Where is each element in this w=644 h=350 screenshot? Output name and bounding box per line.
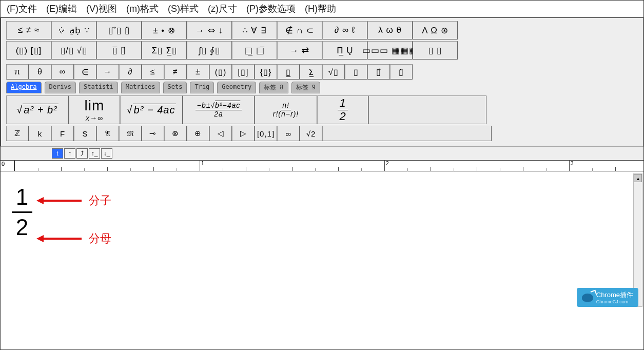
pal-r1-4[interactable]: → ⇔ ↓ [187, 21, 232, 40]
tab-matrices[interactable]: Matrices [121, 82, 160, 93]
pal-r2-8[interactable]: ▭▭▭ ▦▦▦ [367, 41, 413, 60]
pal-r3-1[interactable]: θ [29, 64, 51, 80]
pal-r3-8[interactable]: ± [187, 64, 209, 80]
menu-size[interactable]: (z)尺寸 [208, 3, 237, 15]
menu-view[interactable]: (V)视图 [86, 3, 117, 15]
nav-icon-bar: t ↑ ⤴ ↑_ ↓_ [1, 146, 643, 160]
arrow-left-icon [36, 235, 82, 242]
pal-r3-0[interactable]: π [6, 64, 29, 80]
nav-up2-button[interactable]: ↑_ [89, 148, 100, 159]
equation-canvas[interactable]: 1 2 分子 分母 ▴ Chrome插件 ChromeCJ.com [1, 171, 643, 310]
fraction-denominator[interactable]: 2 [12, 216, 32, 239]
pal-r3-17[interactable]: ▯̈ [390, 64, 413, 80]
pal-r5-10[interactable]: ▷ [232, 126, 255, 141]
pal-r2-4[interactable]: ∫▯ ∮▯ [187, 41, 232, 60]
tmpl-one-half[interactable]: 12 [317, 95, 368, 124]
pal-r5-13[interactable]: √2 [300, 126, 322, 141]
pal-r5-3[interactable]: S [74, 126, 96, 141]
annotation-denominator: 分母 [36, 231, 111, 246]
pal-r1-1[interactable]: ⩒ a̱ḅ ∵ [51, 21, 96, 40]
palette-tabs: Algebra Derivs Statisti Matrices Sets Tr… [6, 82, 638, 93]
vertical-scrollbar[interactable]: ▴ [633, 173, 642, 307]
pal-r2-9[interactable]: ▯ ▯ [413, 41, 458, 60]
nav-jump-button[interactable]: ⤴ [76, 148, 88, 159]
tab-sets[interactable]: Sets [163, 82, 187, 93]
pal-r5-5[interactable]: 𝔐 [119, 126, 142, 141]
menu-params[interactable]: (P)参数选项 [246, 3, 296, 15]
pal-r2-1[interactable]: ▯/▯ √▯ [51, 41, 96, 60]
nav-down-button[interactable]: ↓_ [101, 148, 112, 159]
menu-format[interactable]: (m)格式 [126, 3, 159, 15]
tab-algebra[interactable]: Algebra [6, 82, 42, 93]
pal-r5-8[interactable]: ⊕ [187, 126, 209, 141]
fraction-bar [12, 211, 32, 213]
menu-edit[interactable]: (E)编辑 [46, 3, 77, 15]
tmpl-empty[interactable] [368, 95, 486, 124]
pal-r5-9[interactable]: ◁ [209, 126, 232, 141]
pal-r5-7[interactable]: ⊗ [164, 126, 187, 141]
tab-label8[interactable]: 标签 8 [259, 82, 288, 93]
pal-r3-11[interactable]: {▯} [255, 64, 277, 80]
pal-r2-7[interactable]: Π̲ Ų [322, 41, 367, 60]
menu-file[interactable]: (F)文件 [7, 3, 37, 15]
tab-derivs[interactable]: Derivs [45, 82, 76, 93]
tmpl-quadratic-formula[interactable]: −b±√b²−4ac2a [183, 95, 255, 124]
pal-r5-11[interactable]: [0,1] [255, 126, 277, 141]
tab-statisti[interactable]: Statisti [79, 82, 118, 93]
label-denominator: 分母 [89, 231, 111, 246]
pal-r3-16[interactable]: ▯⃗ [367, 64, 390, 80]
pal-r1-6[interactable]: ∉ ∩ ⊂ [277, 21, 322, 40]
pal-r3-14[interactable]: √▯ [322, 64, 345, 80]
pal-r3-15[interactable]: ▯̅ [345, 64, 367, 80]
tmpl-combination[interactable]: n!r!(n−r)! [255, 95, 317, 124]
pal-r1-9[interactable]: Λ Ω ⊛ [413, 21, 458, 40]
pal-r5-1[interactable]: k [29, 126, 51, 141]
pal-r1-8[interactable]: λ ω θ [367, 21, 413, 40]
pal-r2-3[interactable]: Σ▯ Σ̲▯ [142, 41, 187, 60]
pal-r3-4[interactable]: → [96, 64, 119, 80]
menu-style[interactable]: (S)样式 [168, 3, 199, 15]
snail-icon [582, 294, 593, 302]
palette-row-5: ℤ k F S 𝔄 𝔐 ⊸ ⊗ ⊕ ◁ ▷ [0,1] ∞ √2 [6, 126, 638, 141]
pal-r3-10[interactable]: [▯] [232, 64, 255, 80]
menu-help[interactable]: (H)帮助 [305, 3, 336, 15]
pal-r5-12[interactable]: ∞ [277, 126, 300, 141]
fraction-numerator[interactable]: 1 [12, 186, 32, 208]
tab-trig[interactable]: Trig [190, 82, 214, 93]
pal-r5-4[interactable]: 𝔄 [96, 126, 119, 141]
pal-r1-3[interactable]: ± • ⊗ [142, 21, 187, 40]
tmpl-sqrt-discriminant[interactable]: √b² − 4ac [120, 95, 183, 124]
ruler-origin: 0 [1, 161, 15, 171]
pal-r3-6[interactable]: ≤ [142, 64, 164, 80]
fraction-display[interactable]: 1 2 [12, 186, 32, 239]
pal-r3-3[interactable]: ∈ [74, 64, 96, 80]
pal-r1-2[interactable]: ▯ ⃗▯ ▯̈ [96, 21, 142, 40]
tab-label9[interactable]: 标签 9 [291, 82, 320, 93]
pal-r2-0[interactable]: (▯) [▯] [6, 41, 51, 60]
menu-bar: (F)文件 (E)编辑 (V)视图 (m)格式 (S)样式 (z)尺寸 (P)参… [1, 1, 643, 17]
pal-r3-12[interactable]: ▯̲ [277, 64, 300, 80]
pal-r3-2[interactable]: ∞ [51, 64, 74, 80]
scroll-up-icon[interactable]: ▴ [634, 174, 642, 182]
pal-r3-5[interactable]: ∂ [119, 64, 142, 80]
pal-r5-spacer [322, 126, 492, 141]
pal-r1-5[interactable]: ∴ ∀ ∃ [232, 21, 277, 40]
pal-r3-7[interactable]: ≠ [164, 64, 187, 80]
pal-r1-0[interactable]: ≤ ≠ ≈ [6, 21, 51, 40]
horizontal-ruler: 0 1 2 3 [1, 160, 643, 171]
nav-t-button[interactable]: t [52, 148, 63, 159]
pal-r5-0[interactable]: ℤ [6, 126, 29, 141]
pal-r5-2[interactable]: F [51, 126, 74, 141]
nav-up-button[interactable]: ↑ [64, 148, 75, 159]
pal-r2-6[interactable]: → ⇄ [277, 41, 322, 60]
pal-r1-7[interactable]: ∂ ∞ ℓ [322, 21, 367, 40]
tmpl-limit[interactable]: limx→∞ [69, 95, 120, 124]
pal-r2-2[interactable]: ▯̅ ▯⃗ [96, 41, 142, 60]
watermark-badge: Chrome插件 ChromeCJ.com [577, 288, 638, 307]
pal-r2-5[interactable]: □̲ □̅ [232, 41, 277, 60]
pal-r3-13[interactable]: Σ̲ [300, 64, 322, 80]
tmpl-sqrt-a2b2[interactable]: √a² + b² [6, 95, 69, 124]
tab-geometry[interactable]: Geometry [217, 82, 256, 93]
pal-r3-9[interactable]: (▯) [209, 64, 232, 80]
pal-r5-6[interactable]: ⊸ [142, 126, 164, 141]
